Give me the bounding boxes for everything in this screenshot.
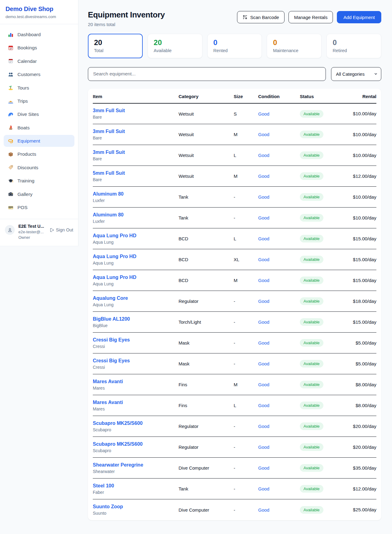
item-name-link[interactable]: Aqua Lung Pro HD xyxy=(93,254,136,259)
item-name-link[interactable]: Mares Avanti xyxy=(93,400,123,405)
item-size: S xyxy=(234,103,258,124)
item-rental: $8.00/day xyxy=(346,374,376,395)
item-name-link[interactable]: Shearwater Peregrine xyxy=(93,462,143,468)
status-badge: Available xyxy=(300,422,323,430)
item-condition-link[interactable]: Good xyxy=(258,403,270,408)
item-name-link[interactable]: Aluminum 80 xyxy=(93,191,123,197)
item-category: Mask xyxy=(179,333,234,353)
item-condition-link[interactable]: Good xyxy=(258,424,270,429)
shop-name[interactable]: Demo Dive Shop xyxy=(6,6,73,13)
item-condition-link[interactable]: Good xyxy=(258,486,270,491)
item-brand: Luxfer xyxy=(93,198,179,203)
item-condition-link[interactable]: Good xyxy=(258,153,270,158)
sidebar-item-label: POS xyxy=(17,204,28,210)
item-name-link[interactable]: Mares Avanti xyxy=(93,379,123,384)
user-name: E2E Test U... xyxy=(18,224,44,229)
item-name-link[interactable]: Suunto Zoop xyxy=(93,504,123,509)
avatar xyxy=(5,225,15,235)
table-row: Cressi Big Eyes Cressi Mask - Good Avail… xyxy=(93,353,376,374)
sidebar-item-label: Bookings xyxy=(17,45,37,51)
stat-card-available[interactable]: 20 Available xyxy=(148,34,202,58)
sign-out-button[interactable]: Sign Out xyxy=(49,227,73,232)
table-row: Shearwater Peregrine Shearwater Dive Com… xyxy=(93,458,376,479)
sidebar-item-dashboard[interactable]: Dashboard xyxy=(4,29,74,40)
sidebar-item-customers[interactable]: Customers xyxy=(4,68,74,80)
item-rental: $10.00/day xyxy=(346,187,376,208)
item-name-link[interactable]: Scubapro MK25/S600 xyxy=(93,441,143,447)
sidebar-item-dive-sites[interactable]: Dive Sites xyxy=(4,108,74,120)
manage-rentals-button[interactable]: Manage Rentals xyxy=(288,11,333,23)
manage-rentals-label: Manage Rentals xyxy=(294,15,327,20)
item-rental: $18.00/day xyxy=(346,291,376,312)
sidebar-item-trips[interactable]: Trips xyxy=(4,95,74,107)
item-rental: $8.00/day xyxy=(346,395,376,416)
sidebar-item-label: Calendar xyxy=(17,58,37,64)
item-condition-link[interactable]: Good xyxy=(258,257,270,262)
scan-barcode-button[interactable]: Scan Barcode xyxy=(237,11,285,23)
item-name-link[interactable]: 5mm Full Suit xyxy=(93,170,125,176)
palm-island-icon xyxy=(8,85,13,90)
item-name-link[interactable]: Cressi Big Eyes xyxy=(93,337,130,343)
stat-card-retired[interactable]: 0 Retired xyxy=(326,34,381,58)
item-condition-link[interactable]: Good xyxy=(258,319,270,325)
stat-card-total[interactable]: 20 Total xyxy=(88,34,143,58)
item-category: Wetsuit xyxy=(179,124,234,145)
item-condition-link[interactable]: Good xyxy=(258,382,270,387)
status-badge: Available xyxy=(300,443,323,451)
item-brand: Suunto xyxy=(93,511,179,516)
item-condition-link[interactable]: Good xyxy=(258,111,270,116)
sidebar-item-label: Training xyxy=(17,178,34,184)
item-category: Wetsuit xyxy=(179,166,234,187)
sidebar-item-discounts[interactable]: Discounts xyxy=(4,162,74,174)
item-size: L xyxy=(234,145,258,166)
sidebar-item-calendar[interactable]: Calendar xyxy=(4,55,74,67)
item-name-link[interactable]: Aqualung Core xyxy=(93,296,128,301)
sidebar-item-tours[interactable]: Tours xyxy=(4,82,74,94)
item-name-link[interactable]: BigBlue AL1200 xyxy=(93,316,130,322)
item-condition-link[interactable]: Good xyxy=(258,299,270,304)
item-name-link[interactable]: 3mm Full Suit xyxy=(93,108,125,113)
item-category: BCD xyxy=(179,270,234,291)
sidebar-item-equipment[interactable]: Equipment xyxy=(4,135,74,147)
item-name-link[interactable]: 3mm Full Suit xyxy=(93,150,125,155)
category-select-wrap: All Categories xyxy=(331,67,381,81)
item-size: M xyxy=(234,374,258,395)
item-condition-link[interactable]: Good xyxy=(258,278,270,283)
stat-card-rented[interactable]: 0 Rented xyxy=(207,34,262,58)
item-category: Regulator xyxy=(179,291,234,312)
item-name-link[interactable]: Aqua Lung Pro HD xyxy=(93,275,136,280)
item-condition-link[interactable]: Good xyxy=(258,215,270,220)
item-name-link[interactable]: 3mm Full Suit xyxy=(93,129,125,134)
item-name-link[interactable]: Steel 100 xyxy=(93,483,114,489)
sidebar-item-gallery[interactable]: Gallery xyxy=(4,188,74,200)
search-input[interactable] xyxy=(88,67,326,81)
column-header-status: Status xyxy=(300,89,346,103)
item-condition-link[interactable]: Good xyxy=(258,444,270,450)
sidebar-item-label: Tours xyxy=(17,85,29,91)
dive-mask-icon xyxy=(8,138,13,144)
item-condition-link[interactable]: Good xyxy=(258,465,270,471)
item-name-link[interactable]: Aqua Lung Pro HD xyxy=(93,233,136,238)
item-size: - xyxy=(234,458,258,479)
item-condition-link[interactable]: Good xyxy=(258,132,270,137)
item-condition-link[interactable]: Good xyxy=(258,194,270,200)
item-name-link[interactable]: Aluminum 80 xyxy=(93,212,123,218)
sidebar-item-label: Trips xyxy=(17,98,28,104)
table-row: Cressi Big Eyes Cressi Mask - Good Avail… xyxy=(93,333,376,353)
sidebar-item-label: Dive Sites xyxy=(17,111,39,117)
item-condition-link[interactable]: Good xyxy=(258,507,270,513)
item-name-link[interactable]: Cressi Big Eyes xyxy=(93,358,130,364)
add-equipment-button[interactable]: Add Equipment xyxy=(337,11,381,23)
sidebar-item-pos[interactable]: POS xyxy=(4,201,74,213)
category-select[interactable]: All Categories xyxy=(331,67,381,81)
sidebar-item-bookings[interactable]: 17 Bookings xyxy=(4,42,74,54)
stat-card-maintenance[interactable]: 0 Maintenance xyxy=(267,34,322,58)
item-condition-link[interactable]: Good xyxy=(258,174,270,179)
item-condition-link[interactable]: Good xyxy=(258,236,270,241)
sidebar-item-boats[interactable]: Boats xyxy=(4,122,74,134)
sidebar-item-products[interactable]: Products xyxy=(4,148,74,160)
item-name-link[interactable]: Scubapro MK25/S600 xyxy=(93,421,143,426)
sidebar-item-training[interactable]: Training xyxy=(4,175,74,187)
item-condition-link[interactable]: Good xyxy=(258,340,270,345)
item-condition-link[interactable]: Good xyxy=(258,361,270,366)
